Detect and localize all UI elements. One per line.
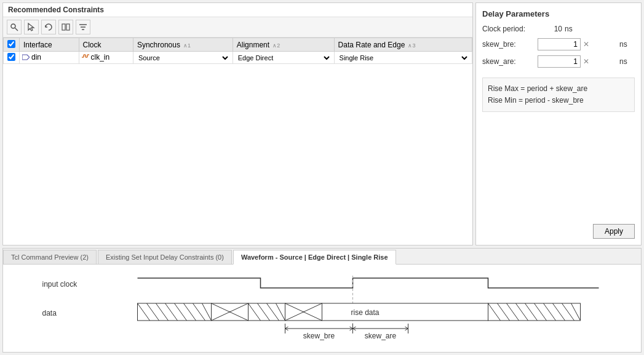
row-datarate-cell[interactable]: Single Rise Single Fall Double [334,52,472,64]
skew-bre-input-wrap: ✕ [538,38,617,50]
data-mid-block [248,303,285,321]
alignment-select[interactable]: Edge Direct Centre Aligned [236,54,332,62]
clock-icon [82,54,89,61]
skew-are-unit: ns [619,57,635,66]
col-header-datarate: Data Rate and Edge ∧3 [334,38,472,52]
formula-box: Rise Max = period + skew_are Rise Min = … [482,78,635,112]
refresh-button[interactable] [41,20,56,34]
clock-waveform [138,278,599,288]
svg-line-1 [15,28,18,31]
data-right-block [488,303,581,321]
skew-are-clear-button[interactable]: ✕ [582,57,590,66]
tab-waveform[interactable]: Waveform - Source | Edge Direct | Single… [233,250,396,265]
skew-are-annotation: skew_are [365,332,397,340]
row-checkbox-cell [4,52,20,64]
filter-button[interactable] [76,20,90,34]
skew-are-label: skew_are: [482,57,538,66]
select-all-checkbox[interactable] [7,40,15,48]
waveform-svg: input clock data [9,269,635,349]
clock-period-value: 10 [538,25,562,33]
svg-point-0 [11,24,15,28]
main-container: Recommended Constraints [0,0,644,355]
col-header-interface: Interface [20,38,79,52]
apply-row: Apply [482,224,635,239]
skew-bre-clear-button[interactable]: ✕ [582,40,590,49]
col-header-check [4,38,20,52]
row-synchronous-cell[interactable]: Source Destination [133,52,233,64]
skew-bre-annotation: skew_bre [303,332,335,340]
tab-bar: Tcl Command Preview (2) Existing Set Inp… [3,249,641,265]
constraints-table: Interface Clock Synchronous ∧1 Alignment… [3,38,472,64]
apply-button[interactable]: Apply [593,224,635,239]
tab-tcl-preview[interactable]: Tcl Command Preview (2) [3,250,97,264]
col-header-alignment: Alignment ∧2 [233,38,334,52]
row-clock-value: clk_in [91,53,110,62]
skew-bre-label: skew_bre: [482,40,538,49]
top-section: Recommended Constraints [0,0,644,248]
skew-are-row: skew_are: ✕ ns [482,55,635,68]
col-header-clock: Clock [79,38,133,52]
data-label: data [42,309,57,317]
skew-bre-input[interactable] [538,38,581,50]
clock-period-label: Clock period: [482,25,538,33]
svg-marker-2 [28,23,34,31]
search-button[interactable] [7,20,22,34]
svg-rect-3 [62,24,65,30]
row-checkbox[interactable] [7,53,15,61]
datarate-select[interactable]: Single Rise Single Fall Double [337,54,469,62]
rise-data-block [322,303,488,321]
table-area: Interface Clock Synchronous ∧1 Alignment… [3,38,472,245]
bottom-section: Tcl Command Preview (2) Existing Set Inp… [2,248,642,353]
recommended-constraints-title: Recommended Constraints [3,3,472,17]
left-panel: Recommended Constraints [2,2,473,245]
din-icon [22,54,30,61]
delay-parameters-title: Delay Parameters [482,9,635,18]
row-clock-cell: clk_in [79,52,133,64]
clock-period-row: Clock period: 10 ns [482,25,635,33]
synchronous-select[interactable]: Source Destination [136,54,230,62]
tab-existing-constraints[interactable]: Existing Set Input Delay Constraints (0) [98,250,232,264]
skew-bre-unit: ns [619,40,635,49]
svg-rect-4 [66,24,70,30]
skew-are-input-wrap: ✕ [538,55,617,68]
data-cross-block2 [285,303,322,321]
clock-period-unit: ns [565,25,580,33]
row-interface-value: din [31,53,41,62]
data-cross-block [212,303,248,321]
table-row: din [4,52,472,64]
formula1: Rise Max = period + skew_are [488,83,629,95]
skew-are-input[interactable] [538,55,581,68]
split-button[interactable] [58,20,73,34]
toolbar [3,17,472,38]
waveform-area: input clock data [3,265,641,352]
row-alignment-cell[interactable]: Edge Direct Centre Aligned [233,52,334,64]
pointer-button[interactable] [24,20,39,34]
col-header-synchronous: Synchronous ∧1 [133,38,233,52]
right-panel: Delay Parameters Clock period: 10 ns ske… [475,2,642,245]
input-clock-label: input clock [42,280,78,289]
rise-data-label: rise data [351,308,379,317]
svg-marker-8 [22,55,30,60]
formula2: Rise Min = period - skew_bre [488,95,629,106]
skew-bre-row: skew_bre: ✕ ns [482,38,635,50]
row-interface-cell: din [20,52,79,64]
